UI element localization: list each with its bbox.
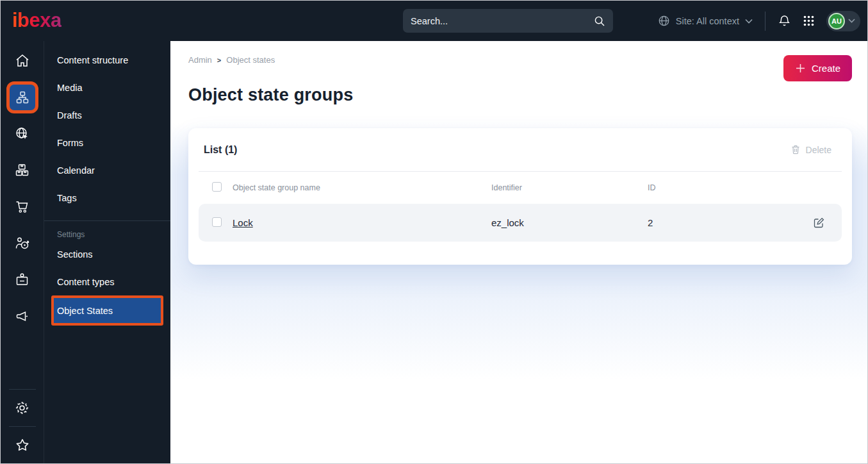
edit-button[interactable] [813,217,825,229]
rail-item-commerce[interactable] [1,188,44,225]
page-title: Object state groups [188,85,353,105]
sidebar-item-media[interactable]: Media [44,74,170,101]
ibexa-logo[interactable]: ibexa [12,8,61,33]
search-input[interactable] [411,16,594,26]
sidebar-menu: Content structure Media Drafts Forms Cal… [44,41,170,463]
avatar[interactable]: AU [828,13,845,29]
object-state-groups-card: List (1) Delete Obj [188,128,852,265]
content-header: Admin > Object states Object state group… [188,55,852,105]
row-name-link[interactable]: Lock [233,217,253,228]
audience-target-icon [14,235,31,252]
breadcrumb-admin[interactable]: Admin [188,55,212,65]
star-icon [14,437,31,454]
rail-item-bookmarks[interactable] [1,427,44,463]
sidebar-item-calendar[interactable]: Calendar [44,156,170,184]
column-header-name: Object state group name [233,183,491,192]
cart-icon [14,199,30,215]
site-context-dropdown[interactable]: Site: All context [658,15,753,27]
create-button[interactable]: Create [783,55,852,81]
sidebar-item-object-states[interactable]: Object States [51,295,163,326]
gear-icon [14,400,30,416]
table-header-row: Object state group name Identifier ID [199,172,842,204]
sidebar-item-forms[interactable]: Forms [44,129,170,156]
rail-item-settings[interactable] [1,390,44,426]
app-window: ibexa Site: All context [0,0,868,464]
create-button-label: Create [812,63,840,74]
site-context-label: Site: All context [676,16,739,26]
content-tree-icon [15,90,30,105]
topbar-divider [765,12,766,31]
sidebar-item-drafts[interactable]: Drafts [44,101,170,129]
chevron-down-icon [848,19,855,23]
delete-button[interactable]: Delete [785,144,837,155]
boxes-icon [14,162,30,178]
search-icon[interactable] [594,15,605,27]
sidebar-item-content-structure[interactable]: Content structure [44,46,170,74]
breadcrumb-object-states[interactable]: Object states [226,55,275,65]
topbar-right: Site: All context A [658,1,860,41]
rail-item-dashboard[interactable] [1,42,44,79]
icon-rail [1,41,44,463]
user-menu[interactable]: AU [826,11,860,31]
card-header: List (1) Delete [199,128,842,172]
row-id: 2 [648,217,803,228]
column-header-identifier: Identifier [491,183,648,192]
delete-button-label: Delete [806,145,831,155]
id-badge-icon [14,272,30,288]
topbar: ibexa Site: All context [1,1,867,41]
chevron-down-icon [745,19,753,24]
rail-item-product-catalog[interactable] [1,152,44,188]
globe-icon [658,15,670,27]
rail-item-personalization[interactable] [1,225,44,261]
list-title: List (1) [204,144,237,156]
select-all-checkbox[interactable] [212,182,222,192]
sidebar-settings-heading: Settings [44,221,170,240]
row-identifier: ez_lock [491,217,648,228]
plus-icon [795,63,806,74]
edit-pencil-icon [813,217,825,229]
table-row: Lock ez_lock 2 [199,204,842,242]
row-checkbox[interactable] [212,217,222,227]
breadcrumb: Admin > Object states [188,55,353,65]
rail-item-content-structure[interactable] [1,79,44,115]
sidebar-item-tags[interactable]: Tags [44,184,170,211]
main-content: Admin > Object states Object state group… [170,41,867,463]
megaphone-icon [14,308,31,325]
breadcrumb-separator: > [217,56,221,64]
rail-item-corporate[interactable] [1,261,44,298]
trash-icon [790,144,801,155]
annotation-highlight-box [6,81,38,113]
apps-grid-icon[interactable] [803,15,815,27]
sidebar-item-content-types[interactable]: Content types [44,268,170,295]
home-icon [14,53,31,69]
global-search[interactable] [403,9,613,33]
column-header-id: ID [648,183,803,192]
globe-cursor-icon [14,126,30,142]
rail-item-promotions[interactable] [1,298,44,335]
rail-item-site[interactable] [1,115,44,152]
sidebar-item-sections[interactable]: Sections [44,240,170,268]
notifications-bell-icon[interactable] [778,14,791,28]
